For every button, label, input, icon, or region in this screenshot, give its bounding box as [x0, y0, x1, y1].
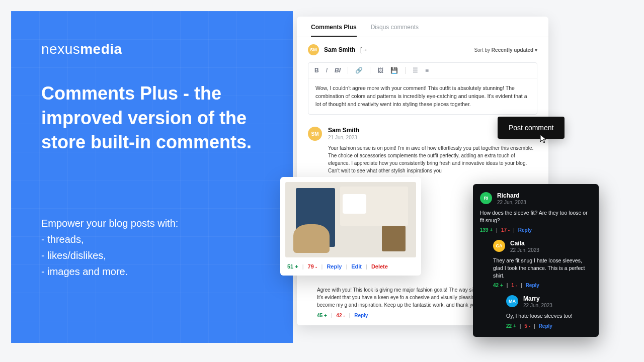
upvote[interactable]: 45 +: [317, 313, 327, 318]
tabs: Comments Plus Disqus comments: [297, 17, 548, 37]
logout-icon[interactable]: [→: [360, 46, 368, 53]
dark-comments-widget: RI Richard 22 Jun, 2023 How does the sle…: [473, 184, 599, 337]
avatar: CA: [493, 240, 505, 252]
reply-link[interactable]: Reply: [354, 313, 368, 318]
upvote[interactable]: 139 +: [480, 227, 493, 233]
bolditalic-icon[interactable]: BI: [335, 67, 341, 74]
editor-toolbar: B I BI 🔗 🖼 💾 ☰ ≡: [308, 63, 537, 78]
tab-comments-plus[interactable]: Comments Plus: [311, 24, 357, 37]
marketing-panel: nexusmedia Comments Plus - the improved …: [11, 11, 293, 343]
reply-link[interactable]: Reply: [539, 323, 552, 329]
save-icon[interactable]: 💾: [390, 67, 398, 74]
image-icon[interactable]: 🖼: [377, 67, 383, 74]
brand-logo: nexusmedia: [41, 41, 263, 57]
comment-editor: B I BI 🔗 🖼 💾 ☰ ≡ Wow, I couldn't agree m…: [308, 62, 537, 115]
avatar: MA: [506, 295, 518, 307]
link-icon[interactable]: 🔗: [355, 67, 363, 74]
comment-text: How does the sleeve fit? Are they too lo…: [480, 209, 592, 224]
user-row: SM Sam Smith [→ Sort by Recently updated…: [297, 37, 548, 62]
downvote[interactable]: 17 -: [501, 227, 510, 233]
comment-author: Richard: [497, 192, 526, 199]
comment-text: Your fashion sense is on point! I'm in a…: [328, 144, 537, 174]
downvote[interactable]: 5 -: [524, 323, 530, 329]
comment-image: [285, 182, 416, 257]
dark-comment: CA Caila22 Jun, 2023: [493, 240, 592, 253]
subtext: Empower your blog posts with: - threads,…: [41, 215, 263, 280]
edit-link[interactable]: Edit: [351, 263, 362, 269]
upvote[interactable]: 22 +: [506, 323, 516, 329]
reply-link[interactable]: Reply: [526, 283, 539, 288]
image-comment-card: 51 + | 79 - | Reply | Edit | Delete: [280, 177, 421, 276]
avatar: RI: [480, 192, 492, 204]
comment-date: 22 Jun, 2023: [497, 200, 526, 205]
bold-icon[interactable]: B: [314, 67, 319, 74]
downvote[interactable]: 42 -: [336, 313, 345, 318]
italic-icon[interactable]: I: [326, 67, 328, 74]
reply-link[interactable]: Reply: [327, 263, 342, 269]
editor-textarea[interactable]: Wow, I couldn't agree more with your com…: [308, 78, 537, 114]
username: Sam Smith: [324, 46, 355, 53]
post-comment-button[interactable]: Post comment: [498, 117, 565, 139]
chevron-down-icon: ▾: [535, 47, 537, 53]
headline: Comments Plus - the improved version of …: [41, 81, 263, 155]
downvote[interactable]: 79 -: [308, 263, 317, 269]
upvote[interactable]: 42 +: [493, 283, 503, 288]
cursor-icon: [539, 134, 547, 146]
reply-link[interactable]: Reply: [518, 227, 532, 233]
sort-dropdown[interactable]: Sort by Recently updated ▾: [474, 47, 537, 53]
image-card-meta: 51 + | 79 - | Reply | Edit | Delete: [285, 262, 416, 270]
ul-icon[interactable]: ☰: [413, 67, 418, 74]
ol-icon[interactable]: ≡: [425, 67, 429, 74]
tab-disqus[interactable]: Disqus comments: [371, 24, 419, 37]
downvote[interactable]: 1 -: [511, 283, 517, 288]
avatar: SM: [308, 127, 322, 141]
delete-link[interactable]: Delete: [371, 263, 388, 269]
dark-comment: MA Marry22 Jun, 2023: [506, 295, 592, 308]
avatar: SM: [308, 44, 319, 55]
upvote[interactable]: 51 +: [287, 263, 298, 269]
dark-comment: RI Richard 22 Jun, 2023: [480, 192, 592, 205]
